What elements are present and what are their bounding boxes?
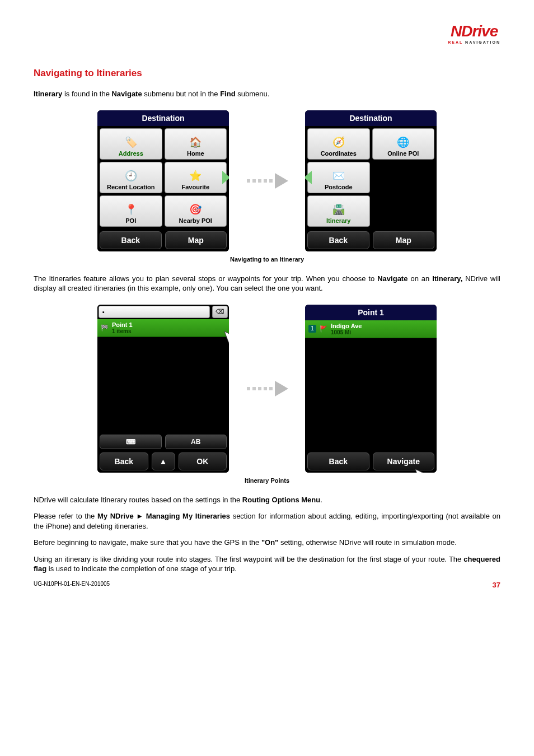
- globe-icon: 🌐: [395, 136, 411, 149]
- transition-arrow-icon: [246, 381, 288, 396]
- up-button[interactable]: ▲: [152, 452, 175, 470]
- figure-row-2: ▪ ⌫ 🏁 Point 1 1 items ⌨ AB Back ▲ OK: [34, 305, 500, 473]
- p4-mynd: My NDrive ► Managing My Itineraries: [97, 512, 230, 520]
- tile-coordinates[interactable]: 🧭Coordinates: [307, 128, 370, 160]
- list1-sub: 1 items: [112, 328, 133, 334]
- nearby-icon: 🎯: [188, 203, 203, 216]
- cursor-icon: [414, 468, 431, 473]
- svg-marker-1: [415, 469, 430, 473]
- paragraph-6: Using an itinerary is like dividing your…: [34, 554, 500, 574]
- backspace-button[interactable]: ⌫: [212, 306, 228, 318]
- tile-itinerary-label: Itinerary: [326, 217, 350, 224]
- list-item-point1[interactable]: 🏁 Point 1 1 items: [97, 319, 229, 337]
- p5-on: "On": [261, 538, 278, 547]
- paragraph-2: The Itineraries feature allows you to pl…: [34, 274, 500, 293]
- p6-t1: Using an itinerary is like dividing your…: [34, 555, 463, 563]
- tile-online-poi[interactable]: 🌐Online POI: [372, 128, 435, 160]
- paragraph-5: Before beginning to navigate, make sure …: [34, 538, 500, 548]
- flag-icon: 🚩: [320, 325, 327, 333]
- logo-tag-nav: NAVIGATION: [465, 40, 500, 44]
- tile-nearby-poi[interactable]: 🎯Nearby POI: [165, 195, 227, 227]
- header-logo: NDrive REAL NAVIGATION: [34, 22, 500, 45]
- tile-recent-label: Recent Location: [107, 184, 155, 190]
- address-icon: 🏷️: [123, 136, 139, 149]
- transition-arrow-icon: [246, 173, 288, 189]
- tile-postcode[interactable]: ✉️Postcode: [307, 162, 370, 193]
- screen-destination-1: Destination 🏷️Address 🏠Home 🕘Recent Loca…: [97, 110, 229, 251]
- home-icon: 🏠: [188, 136, 203, 149]
- poi-icon: 📍: [123, 203, 139, 216]
- p2-t1: The Itineraries feature allows you to pl…: [34, 274, 377, 283]
- point-header: Point 1: [305, 305, 437, 320]
- p2-navigate: Navigate: [377, 274, 407, 283]
- recent-icon: 🕘: [123, 169, 139, 183]
- map-button[interactable]: Map: [373, 231, 435, 249]
- p5-t1: Before beginning to navigate, make sure …: [34, 538, 261, 547]
- logo-n: N: [451, 22, 461, 40]
- page-arrow-right-icon[interactable]: [222, 171, 229, 184]
- tile-online-label: Online POI: [387, 150, 419, 157]
- screen-point-detail: Point 1 1 🚩 Indigo Ave 1005 Mi Back Navi…: [305, 305, 437, 473]
- footer-doc-code: UG-N10PH-01-EN-EN-201005: [34, 581, 110, 589]
- coordinates-icon: 🧭: [331, 136, 346, 149]
- figure2-caption: Itinerary Points: [34, 477, 500, 484]
- p3-t1: NDrive will calculate Itinerary routes b…: [34, 496, 242, 504]
- intro-navigate: Navigate: [111, 90, 142, 98]
- figure1-caption: Navigating to an Itinerary: [34, 256, 500, 263]
- paragraph-3: NDrive will calculate Itinerary routes b…: [34, 495, 500, 505]
- p4-t1: Please refer to the: [34, 512, 97, 520]
- star-icon: ⭐: [188, 169, 203, 183]
- tile-home[interactable]: 🏠Home: [165, 128, 227, 160]
- intro-t1: is found in the: [62, 90, 111, 98]
- logo-rest: Drive: [461, 22, 498, 40]
- section-title: Navigating to Itineraries: [34, 68, 500, 79]
- p3-t2: .: [320, 496, 322, 504]
- p2-itinerary: Itinerary,: [432, 274, 462, 283]
- page-footer: UG-N10PH-01-EN-EN-201005 37: [34, 581, 500, 589]
- back-button[interactable]: Back: [100, 231, 162, 249]
- list1-title: Point 1: [112, 321, 133, 328]
- screen-destination-2: Destination 🧭Coordinates 🌐Online POI ✉️P…: [305, 110, 437, 251]
- screen1-header: Destination: [97, 110, 229, 126]
- p6-t2: is used to indicate the completion of on…: [46, 564, 237, 573]
- intro-t2: submenu but not in the: [142, 90, 220, 98]
- back-button[interactable]: Back: [307, 452, 369, 470]
- listB-title: Indigo Ave: [331, 323, 362, 329]
- tile-fav-label: Favourite: [181, 184, 209, 190]
- ok-button[interactable]: OK: [179, 452, 227, 470]
- tile-recent[interactable]: 🕘Recent Location: [100, 162, 162, 193]
- tile-itinerary[interactable]: 🛣️Itinerary: [307, 195, 370, 227]
- tile-favourite[interactable]: ⭐Favourite: [165, 162, 227, 193]
- keyboard-mode-button[interactable]: ⌨: [100, 435, 162, 449]
- paragraph-4: Please refer to the My NDrive ► Managing…: [34, 511, 500, 531]
- tile-poi[interactable]: 📍POI: [100, 195, 162, 227]
- p3-routing: Routing Options Menu: [242, 496, 320, 504]
- figure-row-1: Destination 🏷️Address 🏠Home 🕘Recent Loca…: [34, 110, 500, 251]
- back-button[interactable]: Back: [307, 231, 369, 249]
- screen-itinerary-list: ▪ ⌫ 🏁 Point 1 1 items ⌨ AB Back ▲ OK: [97, 305, 229, 473]
- tile-poi-label: POI: [125, 217, 136, 224]
- flag-icon: 🏁: [101, 324, 109, 332]
- screen2-header: Destination: [305, 110, 437, 126]
- tile-address-label: Address: [119, 150, 143, 157]
- listB-distance: 1005 Mi: [331, 329, 362, 335]
- back-button[interactable]: Back: [100, 452, 148, 470]
- page-arrow-left-icon[interactable]: [305, 171, 312, 184]
- intro-find: Find: [220, 90, 235, 98]
- intro-t3: submenu.: [236, 90, 270, 98]
- tile-postcode-label: Postcode: [325, 184, 353, 190]
- search-input[interactable]: ▪: [99, 306, 210, 318]
- list-item-number: 1: [308, 325, 316, 333]
- p5-t2: setting, otherwise NDrive will route in …: [278, 538, 457, 547]
- tile-address[interactable]: 🏷️Address: [100, 128, 162, 160]
- list-item-indigo[interactable]: 1 🚩 Indigo Ave 1005 Mi: [305, 320, 437, 338]
- logo-tag-real: REAL: [448, 40, 463, 44]
- tile-home-label: Home: [187, 150, 204, 157]
- intro-itinerary: Itinerary: [34, 90, 62, 98]
- svg-marker-0: [224, 332, 229, 346]
- keyboard-ab-button[interactable]: AB: [165, 435, 227, 449]
- footer-page-number: 37: [493, 581, 500, 589]
- tile-nearby-label: Nearby POI: [179, 217, 212, 224]
- map-button[interactable]: Map: [165, 231, 227, 249]
- intro-paragraph: Itinerary is found in the Navigate subme…: [34, 89, 500, 99]
